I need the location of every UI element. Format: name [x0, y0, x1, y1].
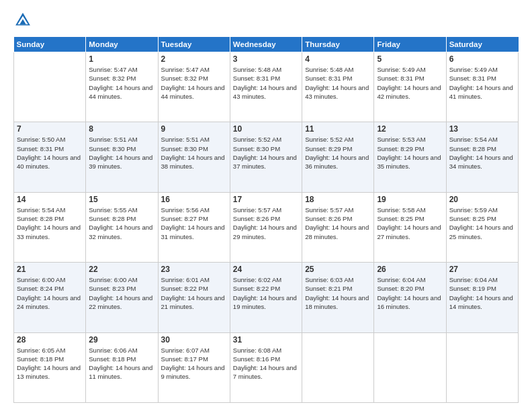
- calendar-cell: 10Sunrise: 5:52 AMSunset: 8:30 PMDayligh…: [230, 122, 302, 192]
- day-number: 4: [305, 54, 371, 64]
- day-info: Sunrise: 5:52 AMSunset: 8:29 PMDaylight:…: [305, 135, 371, 171]
- day-number: 8: [89, 124, 154, 134]
- day-number: 19: [377, 195, 443, 204]
- day-info: Sunrise: 6:06 AMSunset: 8:18 PMDaylight:…: [89, 346, 154, 381]
- calendar-cell: 14Sunrise: 5:54 AMSunset: 8:28 PMDayligh…: [14, 192, 86, 262]
- calendar-table: Sunday Monday Tuesday Wednesday Thursday…: [13, 36, 519, 403]
- calendar-cell: 15Sunrise: 5:55 AMSunset: 8:28 PMDayligh…: [86, 192, 158, 262]
- col-thursday: Thursday: [302, 37, 374, 52]
- calendar-cell: 17Sunrise: 5:57 AMSunset: 8:26 PMDayligh…: [230, 192, 302, 262]
- col-saturday: Saturday: [446, 37, 518, 52]
- day-info: Sunrise: 6:04 AMSunset: 8:20 PMDaylight:…: [377, 275, 443, 311]
- calendar-cell: 16Sunrise: 5:56 AMSunset: 8:27 PMDayligh…: [158, 192, 230, 262]
- day-info: Sunrise: 6:08 AMSunset: 8:16 PMDaylight:…: [233, 346, 299, 381]
- day-number: 24: [233, 265, 299, 274]
- day-info: Sunrise: 5:58 AMSunset: 8:25 PMDaylight:…: [377, 205, 443, 241]
- day-number: 18: [305, 195, 371, 204]
- calendar-cell: [14, 52, 86, 122]
- calendar-cell: 12Sunrise: 5:53 AMSunset: 8:29 PMDayligh…: [374, 122, 446, 192]
- calendar-cell: 11Sunrise: 5:52 AMSunset: 8:29 PMDayligh…: [302, 122, 374, 192]
- day-info: Sunrise: 6:01 AMSunset: 8:22 PMDaylight:…: [161, 275, 227, 311]
- day-number: 27: [449, 265, 515, 274]
- calendar-week-row: 28Sunrise: 6:05 AMSunset: 8:18 PMDayligh…: [14, 332, 519, 402]
- day-number: 3: [233, 54, 299, 64]
- day-number: 14: [17, 195, 83, 204]
- day-number: 11: [305, 124, 371, 134]
- day-number: 12: [377, 124, 443, 134]
- calendar-cell: 31Sunrise: 6:08 AMSunset: 8:16 PMDayligh…: [230, 332, 302, 402]
- day-info: Sunrise: 6:05 AMSunset: 8:18 PMDaylight:…: [17, 346, 83, 381]
- day-number: 21: [17, 265, 83, 274]
- calendar-cell: 2Sunrise: 5:47 AMSunset: 8:32 PMDaylight…: [158, 52, 230, 122]
- calendar-cell: 28Sunrise: 6:05 AMSunset: 8:18 PMDayligh…: [14, 332, 86, 402]
- day-info: Sunrise: 5:48 AMSunset: 8:31 PMDaylight:…: [233, 65, 299, 101]
- calendar-cell: 19Sunrise: 5:58 AMSunset: 8:25 PMDayligh…: [374, 192, 446, 262]
- day-number: 29: [89, 335, 154, 345]
- calendar-week-row: 14Sunrise: 5:54 AMSunset: 8:28 PMDayligh…: [14, 192, 519, 262]
- day-number: 7: [17, 124, 83, 134]
- day-number: 2: [161, 54, 227, 64]
- day-info: Sunrise: 6:07 AMSunset: 8:17 PMDaylight:…: [161, 346, 227, 381]
- col-tuesday: Tuesday: [158, 37, 230, 52]
- calendar-cell: 8Sunrise: 5:51 AMSunset: 8:30 PMDaylight…: [86, 122, 158, 192]
- logo: [13, 11, 35, 30]
- calendar-cell: [302, 332, 374, 402]
- col-friday: Friday: [374, 37, 446, 52]
- day-number: 28: [17, 335, 83, 345]
- day-number: 26: [377, 265, 443, 274]
- calendar-cell: 1Sunrise: 5:47 AMSunset: 8:32 PMDaylight…: [86, 52, 158, 122]
- calendar-cell: 21Sunrise: 6:00 AMSunset: 8:24 PMDayligh…: [14, 263, 86, 332]
- header: [13, 11, 519, 30]
- calendar-cell: 29Sunrise: 6:06 AMSunset: 8:18 PMDayligh…: [86, 332, 158, 402]
- day-info: Sunrise: 5:50 AMSunset: 8:31 PMDaylight:…: [17, 135, 83, 171]
- calendar-cell: [374, 332, 446, 402]
- day-info: Sunrise: 5:57 AMSunset: 8:26 PMDaylight:…: [233, 205, 299, 241]
- day-number: 15: [89, 195, 154, 204]
- day-info: Sunrise: 5:49 AMSunset: 8:31 PMDaylight:…: [449, 65, 515, 101]
- calendar-week-row: 1Sunrise: 5:47 AMSunset: 8:32 PMDaylight…: [14, 52, 519, 122]
- col-sunday: Sunday: [14, 37, 86, 52]
- day-info: Sunrise: 5:59 AMSunset: 8:25 PMDaylight:…: [449, 205, 515, 241]
- calendar-cell: 30Sunrise: 6:07 AMSunset: 8:17 PMDayligh…: [158, 332, 230, 402]
- logo-icon: [13, 11, 32, 30]
- weekday-header-row: Sunday Monday Tuesday Wednesday Thursday…: [14, 37, 519, 52]
- day-number: 6: [449, 54, 515, 64]
- calendar-cell: 18Sunrise: 5:57 AMSunset: 8:26 PMDayligh…: [302, 192, 374, 262]
- calendar-cell: 23Sunrise: 6:01 AMSunset: 8:22 PMDayligh…: [158, 263, 230, 332]
- calendar-cell: 13Sunrise: 5:54 AMSunset: 8:28 PMDayligh…: [446, 122, 518, 192]
- day-info: Sunrise: 5:57 AMSunset: 8:26 PMDaylight:…: [305, 205, 371, 241]
- day-number: 20: [449, 195, 515, 204]
- col-monday: Monday: [86, 37, 158, 52]
- calendar-cell: 5Sunrise: 5:49 AMSunset: 8:31 PMDaylight…: [374, 52, 446, 122]
- day-info: Sunrise: 5:49 AMSunset: 8:31 PMDaylight:…: [377, 65, 443, 101]
- calendar-cell: 26Sunrise: 6:04 AMSunset: 8:20 PMDayligh…: [374, 263, 446, 332]
- calendar-cell: 3Sunrise: 5:48 AMSunset: 8:31 PMDaylight…: [230, 52, 302, 122]
- calendar-cell: 22Sunrise: 6:00 AMSunset: 8:23 PMDayligh…: [86, 263, 158, 332]
- calendar-cell: 4Sunrise: 5:48 AMSunset: 8:31 PMDaylight…: [302, 52, 374, 122]
- day-number: 23: [161, 265, 227, 274]
- day-number: 25: [305, 265, 371, 274]
- day-info: Sunrise: 6:00 AMSunset: 8:23 PMDaylight:…: [89, 275, 154, 311]
- day-info: Sunrise: 5:56 AMSunset: 8:27 PMDaylight:…: [161, 205, 227, 241]
- day-number: 1: [89, 54, 154, 64]
- calendar-cell: 24Sunrise: 6:02 AMSunset: 8:22 PMDayligh…: [230, 263, 302, 332]
- day-info: Sunrise: 5:51 AMSunset: 8:30 PMDaylight:…: [161, 135, 227, 171]
- day-info: Sunrise: 5:52 AMSunset: 8:30 PMDaylight:…: [233, 135, 299, 171]
- day-number: 13: [449, 124, 515, 134]
- calendar-week-row: 7Sunrise: 5:50 AMSunset: 8:31 PMDaylight…: [14, 122, 519, 192]
- calendar-week-row: 21Sunrise: 6:00 AMSunset: 8:24 PMDayligh…: [14, 263, 519, 332]
- calendar-cell: 27Sunrise: 6:04 AMSunset: 8:19 PMDayligh…: [446, 263, 518, 332]
- day-number: 9: [161, 124, 227, 134]
- day-info: Sunrise: 5:54 AMSunset: 8:28 PMDaylight:…: [17, 205, 83, 241]
- calendar-cell: 25Sunrise: 6:03 AMSunset: 8:21 PMDayligh…: [302, 263, 374, 332]
- day-number: 10: [233, 124, 299, 134]
- calendar-cell: [446, 332, 518, 402]
- calendar-cell: 7Sunrise: 5:50 AMSunset: 8:31 PMDaylight…: [14, 122, 86, 192]
- day-number: 22: [89, 265, 154, 274]
- day-info: Sunrise: 5:55 AMSunset: 8:28 PMDaylight:…: [89, 205, 154, 241]
- calendar-cell: 6Sunrise: 5:49 AMSunset: 8:31 PMDaylight…: [446, 52, 518, 122]
- col-wednesday: Wednesday: [230, 37, 302, 52]
- day-number: 16: [161, 195, 227, 204]
- day-info: Sunrise: 5:53 AMSunset: 8:29 PMDaylight:…: [377, 135, 443, 171]
- calendar-cell: 9Sunrise: 5:51 AMSunset: 8:30 PMDaylight…: [158, 122, 230, 192]
